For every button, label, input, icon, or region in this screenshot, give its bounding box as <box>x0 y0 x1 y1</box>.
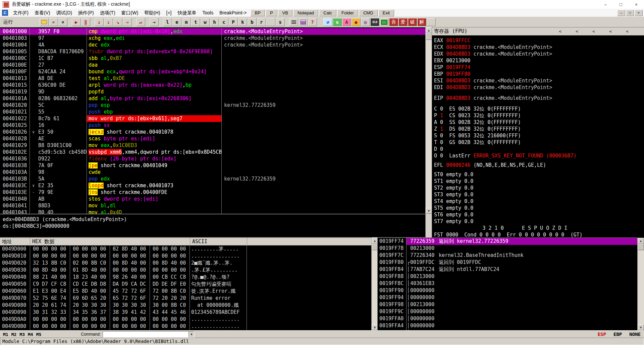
disassembly-row[interactable]: 004010205Cpop espkernel32.77226359 <box>0 102 425 109</box>
disassembly-row[interactable]: 004010044Adec edxcrackme.<ModuleEntryPoi… <box>0 42 425 48</box>
hex-editor-010-button[interactable]: 010 <box>370 18 379 26</box>
goto-button[interactable]: → <box>150 18 159 26</box>
menu-plugin-button[interactable]: CMD <box>359 9 378 16</box>
stack-row[interactable]: 0019FF8C│40361EB3 <box>378 280 637 287</box>
menu-plugin-button[interactable]: P <box>266 9 277 16</box>
disassembly-row[interactable]: 00401036D922fldenv (28-byte) ptr ds:[edx… <box>0 155 425 162</box>
disassembly-row[interactable]: 0040100C1C B7sbb al,0xB7 <box>0 55 425 62</box>
command-input[interactable] <box>103 332 189 337</box>
scroll-thumb[interactable] <box>638 244 644 250</box>
disassembly-row[interactable]: 00401026∨E3 50jecxz short crackme.004010… <box>0 129 425 135</box>
disassembly-row[interactable]: 0040102155push ebp <box>0 109 425 115</box>
register-line[interactable]: ESI 004D8BD3 crackme.<ModuleEntryPoint> <box>432 77 644 84</box>
stack-row[interactable]: 0019FF7477226359返回到 kernel32.77226359 <box>378 238 637 245</box>
disassembly-row[interactable]: 00401013A8 DEtest al,0xDE <box>0 75 425 82</box>
target-button[interactable]: ◎ <box>361 18 370 26</box>
scroll-up-icon[interactable]: ▲ <box>426 27 432 33</box>
trace-into-button[interactable]: ↘ <box>113 18 122 26</box>
register-line[interactable]: ST0 empty 0.0 <box>432 171 644 178</box>
stack-row[interactable]: 0019FF7C77226340kernel32.BaseThreadInitT… <box>378 252 637 259</box>
list-icon-button[interactable] <box>289 18 298 26</box>
menu-plugin-button[interactable]: Notepad <box>293 9 318 16</box>
stack-pane[interactable]: 0019FF7477226359返回到 kernel32.77226359001… <box>378 238 637 330</box>
source-window-button[interactable]: s <box>276 18 285 26</box>
register-line[interactable]: EIP 004D8BD3 crackme.<ModuleEntryPoint> <box>432 95 644 101</box>
disassembly-row[interactable]: 0040100E27daa <box>0 62 425 68</box>
letter-a-button[interactable]: A <box>342 18 351 26</box>
maximize-button[interactable]: □ <box>613 0 629 9</box>
memory-tab[interactable]: M1 <box>3 332 8 337</box>
register-line[interactable]: P 1 CS 0023 32位 0(FFFFFFFF) <box>432 112 644 119</box>
register-line[interactable]: Z 1 DS 002B 32位 0(FFFFFFFF) <box>432 126 644 132</box>
register-line[interactable]: S 0 FS 0053 32位 216000(FFF) <box>432 132 644 139</box>
hex-dump-row[interactable]: 0049D01000 00 00 0000 00 00 0000 00 00 0… <box>0 253 371 260</box>
menu-plugin-button[interactable]: BP <box>251 9 265 16</box>
references-window-button[interactable]: r <box>257 18 266 26</box>
disassembly-row[interactable]: 004010003957 F0cmp dword ptr ds:[edi-0x1… <box>0 28 425 35</box>
memory-tab[interactable]: M2 <box>11 332 17 337</box>
run-button[interactable]: ▶ <box>72 18 81 26</box>
scroll-track[interactable] <box>426 40 432 208</box>
disassembly-pane[interactable]: 004010003957 F0cmp dword ptr ds:[edi-0x1… <box>0 27 425 214</box>
menu-plugin-button[interactable]: Exit <box>378 9 394 16</box>
hex-dump-row[interactable]: 0049D060E1 E3 00 E4E5 8D 40 0045 72 72 6… <box>0 288 371 295</box>
menu-item[interactable]: 帮助(H) <box>141 9 163 16</box>
menu-item[interactable]: 窗口(W) <box>118 9 142 16</box>
menu-item[interactable]: 插件(P) <box>75 9 97 16</box>
mdi-restore-button[interactable]: □ <box>626 10 634 16</box>
blank-button[interactable] <box>427 18 436 26</box>
hex-dump-row[interactable]: 0049D0A000 00 00 0000 00 00 0000 00 00 0… <box>0 316 371 323</box>
register-line[interactable]: EFL 00000246 (NO,NB,E,BE,NS,PE,GE,LE) <box>432 162 644 168</box>
register-line[interactable]: 3 2 1 0 E S P U O Z D I <box>432 225 644 231</box>
hex-dump-row[interactable]: 0049D02032 13 8B C002 00 8B C000 8D 40 0… <box>0 260 371 267</box>
mdi-close-button[interactable]: × <box>635 10 643 16</box>
mdi-minimize-button[interactable]: – <box>617 10 625 16</box>
call-stack-window-button[interactable]: k <box>238 18 247 26</box>
stack-row[interactable]: 0019FF98│00213000 <box>378 301 637 308</box>
trace-over-button[interactable]: ⇒ <box>123 18 132 26</box>
scroll-track[interactable] <box>372 250 378 325</box>
stack-row[interactable]: 0019FF7800213000 <box>378 245 637 252</box>
register-line[interactable]: ST3 empty 0.0 <box>432 191 644 198</box>
swap-arrows-button[interactable]: ⇄ <box>323 18 332 26</box>
open-file-button[interactable] <box>40 18 49 26</box>
scroll-track[interactable] <box>638 250 644 325</box>
disassembly-row[interactable]: 004010387A 0Fjpe short crackme.00401049 <box>0 162 425 169</box>
stack-row[interactable]: 0019FF80┌0019FFDC返回到 0019FFDC <box>378 259 637 266</box>
register-line[interactable]: ST1 empty 0.0 <box>432 178 644 185</box>
stack-row[interactable]: 0019FF9C│00000000 <box>378 308 637 315</box>
wuai-jie-button[interactable]: 解 <box>417 18 426 26</box>
disassembly-row[interactable]: 0040100397xchg eax,edicrackme.<ModuleEnt… <box>0 35 425 42</box>
register-line[interactable]: ST6 empty 0.0 <box>432 211 644 218</box>
register-line[interactable]: EAX 0019FFCC <box>432 37 644 44</box>
hex-dump-row[interactable]: 0049D08020 20 61 7420 30 30 3030 30 30 3… <box>0 302 371 309</box>
handles-window-button[interactable]: h <box>210 18 219 26</box>
stack-row[interactable]: 0019FF94│00000000 <box>378 294 637 301</box>
register-line[interactable]: ST7 empty 0.0 <box>432 218 644 225</box>
threads-window-button[interactable]: t <box>191 18 200 26</box>
registers-pane[interactable]: 寄存器 (FPU) <<<<< EAX 0019FFCCECX 004D8BD3… <box>432 27 644 238</box>
updown-arrows-button[interactable]: ⇅ <box>333 18 342 26</box>
disassembly-row[interactable]: 0040104188D3mov bl,dl <box>0 202 425 209</box>
stack-row[interactable]: 0019FFA0│00000000 <box>378 315 637 322</box>
pane-collapse-button[interactable]: < <box>603 28 618 34</box>
record-dot-button[interactable]: ● <box>352 18 361 26</box>
stack-row[interactable]: 0019FF90│00000000 <box>378 287 637 294</box>
step-over-button[interactable]: ⇓ <box>104 18 113 26</box>
menu-item[interactable]: 查看(V) <box>32 9 53 16</box>
stack-row[interactable]: 0019FF84│77AB7C24返回到 ntdll.77AB7C24 <box>378 266 637 273</box>
scroll-up-icon[interactable]: ▲ <box>638 238 644 244</box>
wuai-ai-button[interactable]: 爱 <box>398 18 408 26</box>
disassembly-row[interactable]: 00401005D8ACDA F81706D9fsubr dword ptr d… <box>0 48 425 55</box>
register-line[interactable]: ST5 empty 0.0 <box>432 205 644 211</box>
memory-tab[interactable]: M5 <box>36 332 42 337</box>
disassembly-row[interactable]: 0040103E-79 9Ejns short crackme.00400FDE <box>0 189 425 196</box>
help-button[interactable]: ? <box>308 18 317 26</box>
register-line[interactable]: EBX 00213000 <box>432 57 644 64</box>
stack-scrollbar[interactable]: ▲ ▼ <box>637 238 644 330</box>
disassembly-row[interactable]: 00401015636C00 DEarpl word ptr ds:[eax+e… <box>0 82 425 88</box>
until-return-button[interactable]: ↵ <box>136 18 145 26</box>
disassembly-row[interactable]: 0040103B5Apop edxkernel32.77226359 <box>0 176 425 182</box>
disassembly-row[interactable]: 004010228c7b 61mov word ptr ds:[ebx+0x61… <box>0 115 425 122</box>
menu-item[interactable]: 调试(D) <box>53 9 75 16</box>
